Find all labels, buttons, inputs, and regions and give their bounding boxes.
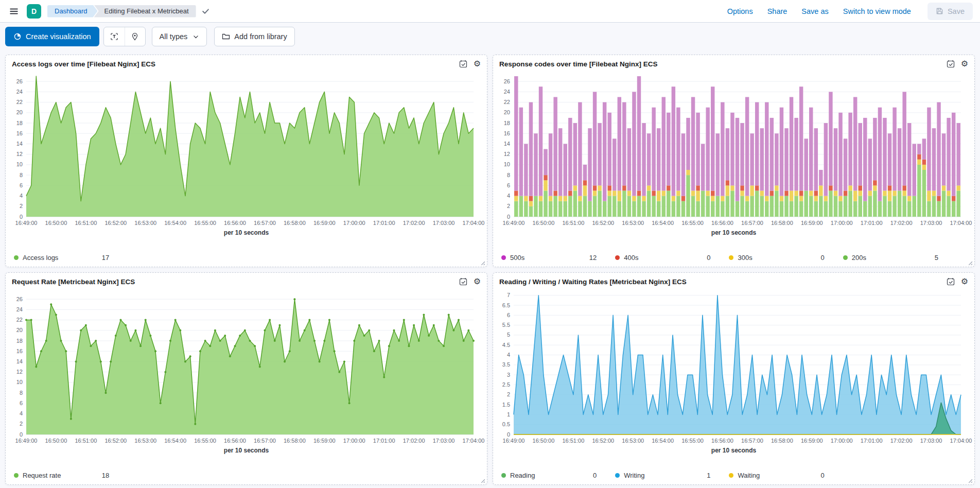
time-range-icon[interactable] <box>459 60 467 68</box>
panel-options-gear-icon[interactable]: ⚙ <box>961 60 968 68</box>
text-tool-button[interactable] <box>104 27 125 46</box>
add-from-library-button[interactable]: Add from library <box>214 27 294 46</box>
svg-text:16:55:00: 16:55:00 <box>681 438 704 444</box>
svg-text:16:51:00: 16:51:00 <box>562 220 584 226</box>
breadcrumb-dashboard[interactable]: Dashboard <box>47 5 98 18</box>
svg-text:16:52:00: 16:52:00 <box>592 438 614 444</box>
time-range-icon[interactable] <box>459 277 467 286</box>
save-disk-icon <box>936 7 943 15</box>
space-avatar[interactable]: D <box>27 4 41 19</box>
folder-icon <box>222 32 230 41</box>
svg-text:16:49:00: 16:49:00 <box>15 438 38 444</box>
legend-item[interactable]: Waiting0 <box>729 472 843 479</box>
legend-dot <box>615 255 620 260</box>
legend-dot <box>14 473 19 478</box>
svg-text:18: 18 <box>16 338 23 344</box>
svg-text:17:01:00: 17:01:00 <box>373 438 395 444</box>
svg-text:16:57:00: 16:57:00 <box>254 220 276 226</box>
legend-label: Request rate <box>23 472 61 479</box>
resize-handle[interactable] <box>480 260 485 266</box>
svg-text:5.5: 5.5 <box>502 322 510 328</box>
svg-text:17:03:00: 17:03:00 <box>920 220 942 226</box>
legend-label: 400s <box>624 254 638 262</box>
legend-item[interactable]: 400s0 <box>615 254 729 262</box>
svg-text:4.5: 4.5 <box>502 342 510 348</box>
panel-options-gear-icon[interactable]: ⚙ <box>961 277 968 286</box>
panel-options-gear-icon[interactable]: ⚙ <box>474 277 481 286</box>
svg-text:22: 22 <box>16 99 23 105</box>
legend-item[interactable]: Writing1 <box>615 472 729 479</box>
chart-legend: Access logs17 <box>6 254 487 262</box>
legend-dot <box>729 473 733 478</box>
legend-value: 5 <box>935 254 957 262</box>
x-axis-label: per 10 seconds <box>493 229 974 236</box>
legend-value: 0 <box>707 254 729 262</box>
svg-text:17:01:00: 17:01:00 <box>861 438 883 444</box>
svg-text:0: 0 <box>20 214 23 220</box>
legend-item[interactable]: 500s12 <box>501 254 615 262</box>
legend-dot <box>14 255 19 260</box>
panel-request-rate: Request Rate [Metricbeat Nginx] ECS ⚙ 02… <box>5 272 487 485</box>
x-axis-label: per 10 seconds <box>493 447 974 454</box>
resize-handle[interactable] <box>967 478 973 483</box>
svg-text:16:54:00: 16:54:00 <box>164 438 186 444</box>
resize-handle[interactable] <box>967 260 973 266</box>
svg-text:17:03:00: 17:03:00 <box>433 438 455 444</box>
svg-text:1.5: 1.5 <box>502 402 510 408</box>
legend-item[interactable]: 200s5 <box>843 254 957 262</box>
svg-text:2.5: 2.5 <box>502 381 510 388</box>
map-pin-icon <box>131 32 139 41</box>
share-link[interactable]: Share <box>767 7 787 15</box>
create-visualization-button[interactable]: Create visualization <box>5 27 99 46</box>
panel-title: Access logs over time [Filebeat Nginx] E… <box>12 60 155 68</box>
svg-text:17:02:00: 17:02:00 <box>403 220 425 226</box>
annotation-tool-button[interactable] <box>125 27 145 46</box>
svg-text:17:04:00: 17:04:00 <box>950 438 972 444</box>
svg-text:17:03:00: 17:03:00 <box>920 438 942 444</box>
svg-text:22: 22 <box>504 99 510 105</box>
svg-text:16:58:00: 16:58:00 <box>771 438 793 444</box>
svg-text:16:52:00: 16:52:00 <box>104 438 127 444</box>
legend-value: 0 <box>820 472 843 479</box>
switch-to-view-mode-link[interactable]: Switch to view mode <box>843 7 911 15</box>
breadcrumb-current[interactable]: Editing Filebeat x Metricbeat <box>94 5 196 18</box>
legend-item[interactable]: 300s0 <box>729 254 843 262</box>
svg-text:16:49:00: 16:49:00 <box>15 220 38 226</box>
svg-text:20: 20 <box>16 327 23 333</box>
legend-dot <box>729 255 733 260</box>
svg-text:16:59:00: 16:59:00 <box>801 220 823 226</box>
legend-value: 0 <box>593 472 615 479</box>
svg-text:8: 8 <box>20 172 23 178</box>
svg-text:16:54:00: 16:54:00 <box>652 438 674 444</box>
svg-text:2: 2 <box>507 391 510 397</box>
svg-text:16:54:00: 16:54:00 <box>652 220 674 226</box>
svg-text:17:02:00: 17:02:00 <box>403 438 425 444</box>
legend-item[interactable]: Reading0 <box>501 472 615 479</box>
svg-text:16:49:00: 16:49:00 <box>503 438 525 444</box>
svg-text:16:50:00: 16:50:00 <box>45 220 67 226</box>
svg-text:8: 8 <box>507 172 510 178</box>
legend-item[interactable]: Request rate18 <box>14 472 128 479</box>
save-button[interactable]: Save <box>927 3 973 20</box>
all-types-dropdown[interactable]: All types <box>152 27 207 46</box>
svg-text:16:59:00: 16:59:00 <box>313 220 336 226</box>
panel-options-gear-icon[interactable]: ⚙ <box>474 60 481 68</box>
svg-text:7: 7 <box>507 292 510 298</box>
resize-handle[interactable] <box>480 478 485 483</box>
svg-text:2: 2 <box>507 203 510 209</box>
time-range-icon[interactable] <box>947 60 955 68</box>
svg-text:16:50:00: 16:50:00 <box>45 438 67 444</box>
check-icon <box>201 7 210 15</box>
time-range-icon[interactable] <box>947 277 955 286</box>
svg-text:17:02:00: 17:02:00 <box>890 220 913 226</box>
legend-label: Waiting <box>738 472 760 479</box>
reading-writing-waiting-chart: 00.511.522.533.544.555.566.5716:49:0016:… <box>493 287 974 446</box>
menu-button[interactable] <box>7 5 21 18</box>
options-link[interactable]: Options <box>727 7 753 15</box>
svg-text:26: 26 <box>16 78 23 84</box>
svg-text:16:55:00: 16:55:00 <box>194 438 216 444</box>
save-as-link[interactable]: Save as <box>801 7 828 15</box>
svg-text:16:57:00: 16:57:00 <box>741 220 763 226</box>
legend-item[interactable]: Access logs17 <box>14 254 128 262</box>
legend-value: 12 <box>589 254 615 262</box>
